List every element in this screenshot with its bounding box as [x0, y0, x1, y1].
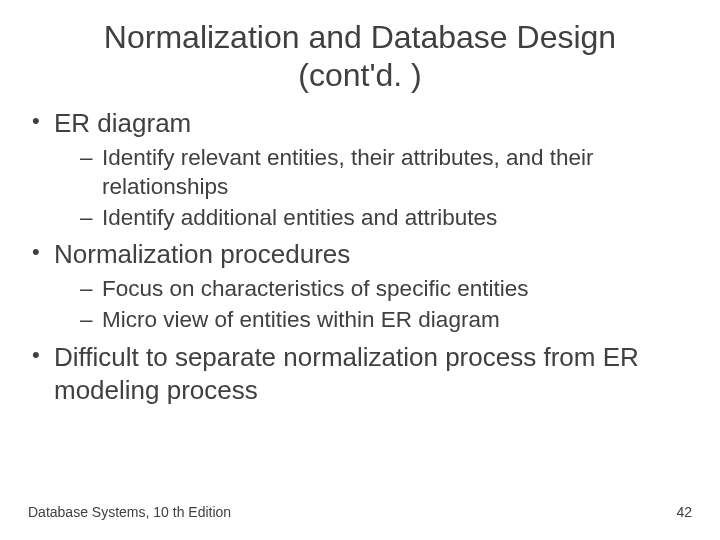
- bullet-text: Normalization procedures: [54, 239, 350, 269]
- bullet-item: Normalization procedures Focus on charac…: [28, 238, 692, 334]
- title-line-2: (cont'd. ): [298, 57, 421, 93]
- sub-bullet-item: Micro view of entities within ER diagram: [54, 305, 692, 334]
- bullet-item: ER diagram Identify relevant entities, t…: [28, 107, 692, 233]
- sub-bullet-item: Identify relevant entities, their attrib…: [54, 143, 692, 202]
- sub-bullet-list: Identify relevant entities, their attrib…: [54, 143, 692, 233]
- sub-bullet-item: Focus on characteristics of specific ent…: [54, 274, 692, 303]
- slide-title: Normalization and Database Design (cont'…: [0, 0, 720, 107]
- bullet-item: Difficult to separate normalization proc…: [28, 341, 692, 409]
- bullet-text: ER diagram: [54, 108, 191, 138]
- sub-bullet-list: Focus on characteristics of specific ent…: [54, 274, 692, 335]
- bullet-list: ER diagram Identify relevant entities, t…: [28, 107, 692, 408]
- slide-content: ER diagram Identify relevant entities, t…: [0, 107, 720, 408]
- footer-source: Database Systems, 10 th Edition: [28, 504, 231, 520]
- slide: Normalization and Database Design (cont'…: [0, 0, 720, 540]
- sub-bullet-item: Identify additional entities and attribu…: [54, 203, 692, 232]
- title-line-1: Normalization and Database Design: [104, 19, 616, 55]
- page-number: 42: [676, 504, 692, 520]
